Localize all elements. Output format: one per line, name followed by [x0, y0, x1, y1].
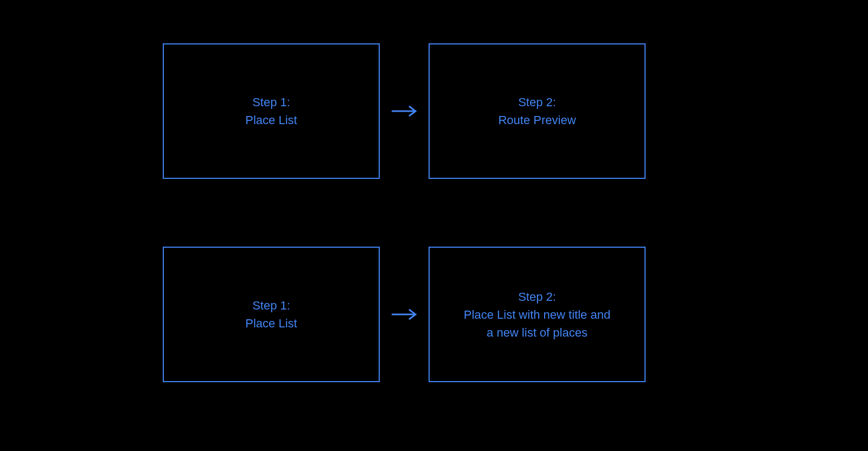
flow-1-step-1-box: Step 1: Place List — [163, 43, 380, 179]
flow-1-step-1-label: Step 1: Place List — [245, 93, 297, 129]
flow-2-step-1-box: Step 1: Place List — [163, 247, 380, 382]
flow-2-step-1-label: Step 1: Place List — [245, 297, 297, 332]
arrow-icon — [388, 306, 420, 323]
arrow-icon — [388, 103, 420, 119]
flow-1-step-2-box: Step 2: Route Preview — [429, 43, 646, 179]
flow-2-step-2-box: Step 2: Place List with new title and a … — [429, 247, 646, 382]
flow-row-1: Step 1: Place List Step 2: Route Preview — [163, 43, 646, 179]
flow-1-step-2-label: Step 2: Route Preview — [498, 93, 576, 129]
flow-row-2: Step 1: Place List Step 2: Place List wi… — [163, 247, 646, 382]
flow-2-step-2-label: Step 2: Place List with new title and a … — [464, 288, 610, 342]
